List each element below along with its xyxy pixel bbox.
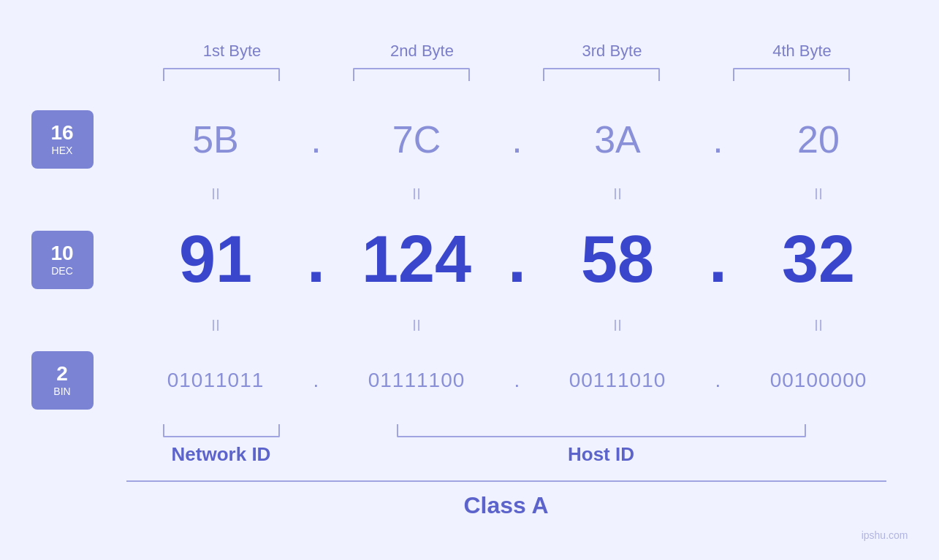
bracket-top-4: [733, 68, 850, 81]
network-bracket: [163, 424, 280, 437]
equals-2-3: II: [613, 316, 622, 334]
bin-byte-4: 00100000: [770, 369, 867, 391]
host-id-label: Host ID: [316, 443, 886, 466]
bin-row: 2 BIN 01011011 . 01111100 . 00111010 . 0…: [31, 344, 908, 417]
bottom-brackets: [126, 424, 886, 437]
dec-byte-2: 124: [362, 223, 471, 296]
hex-byte-4: 20: [797, 118, 840, 161]
byte-label-4: 4th Byte: [707, 42, 897, 61]
dec-dot-3: .: [709, 223, 727, 296]
hex-dot-3: .: [712, 118, 723, 161]
bin-dot-1: .: [313, 369, 319, 391]
equals-row-2: II II II II: [31, 307, 908, 344]
dec-dot-1: .: [307, 223, 325, 296]
bottom-labels: Network ID Host ID: [126, 443, 886, 466]
network-id-label: Network ID: [126, 443, 316, 466]
hex-dot-1: .: [311, 118, 321, 161]
dec-base-label: 10 DEC: [31, 231, 94, 289]
hex-row: 16 HEX 5B . 7C . 3A . 20: [31, 103, 908, 176]
hex-base-label: 16 HEX: [31, 110, 94, 169]
hex-byte-2: 7C: [392, 118, 441, 161]
host-bracket-wrap: [316, 424, 886, 437]
network-bracket-wrap: [126, 424, 316, 437]
hex-base-number: 16: [50, 122, 73, 145]
bin-base-number: 2: [56, 363, 68, 386]
hex-byte-1: 5B: [192, 118, 239, 161]
bin-base-name: BIN: [53, 386, 70, 397]
equals-2-4: II: [814, 316, 823, 334]
equals-2-2: II: [412, 316, 421, 334]
watermark: ipshu.com: [862, 529, 908, 541]
dec-bytes-area: 91 . 124 . 58 . 32: [126, 222, 908, 297]
dec-base-name: DEC: [51, 265, 73, 277]
equals-row-1: II II II II: [31, 176, 908, 212]
class-label: Class A: [126, 492, 886, 519]
bin-byte-1: 01011011: [167, 369, 265, 391]
equals-1-3: II: [613, 185, 622, 203]
bracket-top-1: [163, 68, 280, 81]
top-brackets: [126, 68, 886, 81]
dec-base-number: 10: [50, 242, 73, 265]
byte-label-1: 1st Byte: [137, 42, 327, 61]
hex-bytes-area: 5B . 7C . 3A . 20: [126, 118, 908, 161]
bracket-top-3: [543, 68, 660, 81]
dec-byte-3: 58: [581, 223, 654, 296]
bin-byte-3: 00111010: [569, 369, 666, 391]
bracket-top-2: [353, 68, 470, 81]
bin-byte-2: 01111100: [368, 369, 465, 391]
hex-base-name: HEX: [52, 145, 73, 156]
bin-bytes-area: 01011011 . 01111100 . 00111010 . 0010000…: [126, 369, 908, 392]
equals-1-1: II: [211, 185, 220, 203]
host-bracket: [397, 424, 806, 437]
equals-area-2: II II II II: [126, 316, 908, 335]
bottom-section: Network ID Host ID: [126, 424, 886, 466]
class-row: Class A: [126, 480, 886, 519]
main-container: 1st Byte 2nd Byte 3rd Byte 4th Byte 16 H…: [31, 42, 908, 519]
class-divider: [126, 480, 886, 482]
hex-byte-3: 3A: [594, 118, 641, 161]
equals-1-4: II: [814, 185, 823, 203]
equals-1-2: II: [412, 185, 421, 203]
equals-area-1: II II II II: [126, 185, 908, 204]
bin-dot-3: .: [715, 369, 721, 391]
dec-dot-2: .: [508, 223, 526, 296]
equals-2-1: II: [211, 316, 220, 334]
bin-dot-2: .: [514, 369, 520, 391]
dec-byte-4: 32: [782, 223, 855, 296]
byte-label-3: 3rd Byte: [517, 42, 707, 61]
dec-row: 10 DEC 91 . 124 . 58 . 32: [31, 212, 908, 307]
byte-label-2: 2nd Byte: [327, 42, 517, 61]
hex-dot-2: .: [512, 118, 522, 161]
byte-labels-row: 1st Byte 2nd Byte 3rd Byte 4th Byte: [31, 42, 908, 61]
bin-base-label: 2 BIN: [31, 351, 94, 410]
dec-byte-1: 91: [179, 223, 252, 296]
